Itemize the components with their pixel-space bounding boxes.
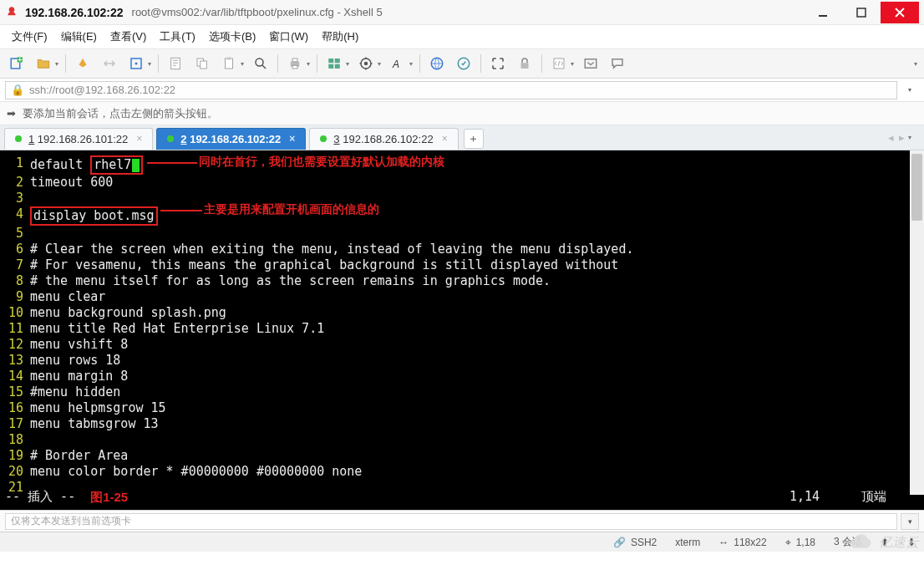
scrollbar-vertical[interactable] <box>910 150 924 495</box>
color-dropdown-icon[interactable]: ▾ <box>378 60 384 68</box>
hint-text: 要添加当前会话，点击左侧的箭头按钮。 <box>23 106 218 121</box>
new-session-button[interactable] <box>5 52 28 75</box>
svg-rect-9 <box>226 59 233 69</box>
status-bar: 🔗SSH2 xterm ↔118x22 ⌖1,18 3 会话 ⬆ ⬇ <box>0 532 924 552</box>
layout-button[interactable] <box>322 52 346 75</box>
resize-icon: ↔ <box>718 537 729 548</box>
encoding-button[interactable] <box>425 52 449 75</box>
svg-point-20 <box>364 62 368 66</box>
print-button[interactable] <box>283 52 307 75</box>
compose-input[interactable]: 仅将文本发送到当前选项卡 <box>5 513 897 530</box>
svg-rect-16 <box>335 59 340 63</box>
maximize-button[interactable] <box>842 2 881 23</box>
svg-rect-24 <box>521 63 529 69</box>
layout-dropdown-icon[interactable]: ▾ <box>346 60 353 68</box>
svg-text:A: A <box>392 59 399 70</box>
fullscreen-button[interactable] <box>486 52 510 75</box>
find-button[interactable] <box>249 52 272 75</box>
vim-scroll: 顶端 <box>861 489 886 505</box>
tab-list-icon[interactable]: ▾ <box>908 134 915 141</box>
open-session-button[interactable] <box>32 52 55 75</box>
toolbar: ▾ ▾ ▾ ▾ ▾ ▾ A ▾ ▾ ▾ <box>0 48 924 79</box>
compose-bar: 仅将文本发送到当前选项卡 ▾ <box>0 510 924 532</box>
session-tab-bar: 1 192.168.26.101:22 × 2 192.168.26.102:2… <box>0 125 924 150</box>
svg-rect-13 <box>292 59 297 62</box>
terminal[interactable]: 1default rhel7 2timeout 600 3 4display b… <box>0 150 924 510</box>
svg-rect-18 <box>335 64 340 69</box>
svg-rect-14 <box>292 65 297 69</box>
script-button[interactable] <box>547 52 571 75</box>
font-dropdown-icon[interactable]: ▾ <box>409 60 416 68</box>
tab-close-icon[interactable]: × <box>442 133 448 145</box>
menu-view[interactable]: 查看(V) <box>110 29 146 44</box>
svg-rect-0 <box>819 15 827 17</box>
chat-button[interactable] <box>606 52 629 75</box>
watermark: 亿速云 <box>847 533 919 552</box>
address-bar: 🔒 ssh://root@192.168.26.102:22 ▾ <box>0 79 924 102</box>
session-tab-3[interactable]: 3 192.168.26.102:22 × <box>309 128 458 150</box>
vim-mode: -- 插入 -- <box>0 489 75 505</box>
cursor-pos-icon: ⌖ <box>785 537 791 548</box>
window-subtitle: root@vms002:/var/lib/tftpboot/pxelinux.c… <box>132 6 383 18</box>
lock-button[interactable] <box>513 52 536 75</box>
font-button[interactable]: A <box>386 52 409 75</box>
disconnect-button[interactable] <box>98 52 121 75</box>
address-text: ssh://root@192.168.26.102:22 <box>29 84 175 96</box>
properties-button[interactable] <box>164 52 187 75</box>
svg-rect-6 <box>171 58 180 69</box>
figure-label: 图1-25 <box>90 489 128 505</box>
session-tab-2[interactable]: 2 192.168.26.102:22 × <box>156 128 306 150</box>
reconnect-dropdown-icon[interactable]: ▾ <box>148 60 155 68</box>
status-conn: 🔗SSH2 <box>613 537 657 548</box>
compose-placeholder: 仅将文本发送到当前选项卡 <box>11 514 131 528</box>
new-tab-button[interactable]: ＋ <box>464 129 484 149</box>
svg-point-11 <box>256 59 263 66</box>
close-button[interactable] <box>881 2 919 23</box>
status-pos: ⌖1,18 <box>785 537 815 548</box>
link-icon: 🔗 <box>613 537 626 548</box>
svg-point-5 <box>135 63 138 65</box>
tab-prev-icon[interactable]: ◂ <box>888 131 894 144</box>
menu-bar: 文件(F) 编辑(E) 查看(V) 工具(T) 选项卡(B) 窗口(W) 帮助(… <box>0 25 924 48</box>
menu-help[interactable]: 帮助(H) <box>322 29 358 44</box>
status-term: xterm <box>675 537 700 548</box>
paste-dropdown-icon[interactable]: ▾ <box>241 60 247 68</box>
menu-edit[interactable]: 编辑(E) <box>61 29 97 44</box>
annotation-2: 主要是用来配置开机画面的信息的 <box>204 201 379 217</box>
svg-rect-26 <box>585 59 597 69</box>
session-tab-1[interactable]: 1 192.168.26.101:22 × <box>4 128 153 150</box>
print-dropdown-icon[interactable]: ▾ <box>307 60 313 68</box>
paste-button[interactable] <box>217 52 241 75</box>
svg-rect-8 <box>201 61 207 69</box>
xftp-button[interactable] <box>579 52 602 75</box>
open-dropdown-icon[interactable]: ▾ <box>55 60 62 68</box>
menu-tools[interactable]: 工具(T) <box>160 29 195 44</box>
address-dropdown-icon[interactable]: ▾ <box>901 81 919 99</box>
connect-button[interactable] <box>71 52 94 75</box>
tab-close-icon[interactable]: × <box>289 133 295 145</box>
menu-tab[interactable]: 选项卡(B) <box>209 29 256 44</box>
tab-close-icon[interactable]: × <box>136 133 142 145</box>
status-dot-icon <box>167 135 174 142</box>
script-dropdown-icon[interactable]: ▾ <box>571 60 577 68</box>
status-dot-icon <box>320 135 327 142</box>
svg-rect-1 <box>857 8 866 17</box>
toolbar-overflow-icon[interactable]: ▾ <box>914 60 921 68</box>
transfer-button[interactable] <box>452 52 475 75</box>
color-scheme-button[interactable] <box>354 52 378 75</box>
compose-target-button[interactable]: ▾ <box>901 513 919 530</box>
tab-next-icon[interactable]: ▸ <box>899 131 905 144</box>
menu-window[interactable]: 窗口(W) <box>269 29 308 44</box>
hint-arrow-icon[interactable]: ➡ <box>7 107 16 120</box>
status-dot-icon <box>15 135 22 142</box>
svg-rect-17 <box>328 64 333 69</box>
scrollbar-thumb[interactable] <box>911 154 922 221</box>
reconnect-button[interactable] <box>124 52 148 75</box>
title-bar: 192.168.26.102:22 root@vms002:/var/lib/t… <box>0 0 924 25</box>
vim-cursor-pos: 1,14 <box>789 489 820 505</box>
address-input[interactable]: 🔒 ssh://root@192.168.26.102:22 <box>5 81 897 99</box>
minimize-button[interactable] <box>804 2 842 23</box>
svg-rect-10 <box>227 58 231 60</box>
menu-file[interactable]: 文件(F) <box>12 29 48 44</box>
copy-button[interactable] <box>190 52 214 75</box>
